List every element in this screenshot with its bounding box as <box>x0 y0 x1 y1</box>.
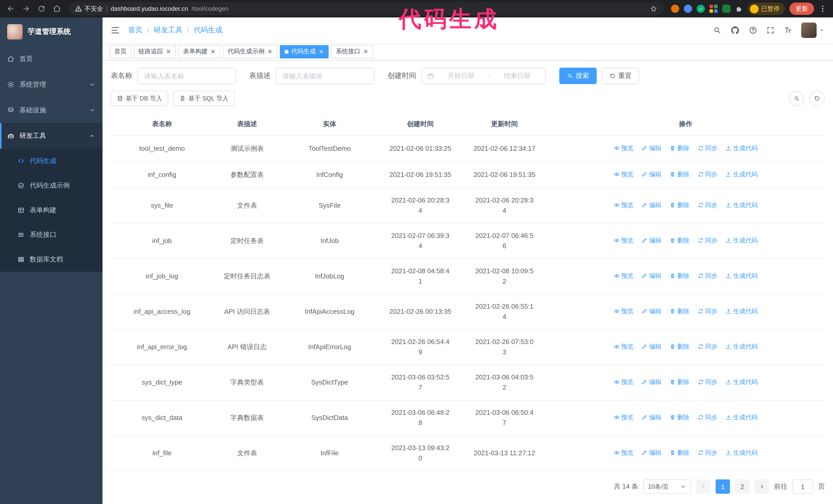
extension-icon-green-check[interactable] <box>697 5 705 13</box>
edit-link[interactable]: 编辑 <box>642 377 662 387</box>
preview-link[interactable]: 预览 <box>614 377 634 387</box>
tab-form-builder[interactable]: 表单构建 <box>178 45 220 58</box>
delete-link[interactable]: 删除 <box>669 143 689 153</box>
bookmark-star-icon[interactable] <box>649 5 658 13</box>
next-page-button[interactable] <box>755 479 769 494</box>
close-icon[interactable] <box>318 49 324 54</box>
goto-page-input[interactable] <box>792 479 813 494</box>
address-bar[interactable]: 不安全 dashboard.yudao.iocoder.cn/tool/code… <box>69 2 664 16</box>
search-button[interactable]: 搜索 <box>559 68 597 84</box>
edit-link[interactable]: 编辑 <box>642 341 662 352</box>
generate-code-link[interactable]: 生成代码 <box>725 200 758 210</box>
preview-link[interactable]: 预览 <box>614 412 634 423</box>
edit-link[interactable]: 编辑 <box>642 271 662 281</box>
generate-code-link[interactable]: 生成代码 <box>725 341 758 352</box>
help-icon[interactable] <box>749 26 757 34</box>
extensions-puzzle-icon[interactable] <box>735 5 743 13</box>
search-icon[interactable] <box>713 26 721 34</box>
close-icon[interactable] <box>210 49 216 54</box>
edit-link[interactable]: 编辑 <box>642 200 662 210</box>
user-menu[interactable] <box>801 23 825 38</box>
edit-link[interactable]: 编辑 <box>642 448 662 458</box>
toggle-search-button[interactable] <box>789 91 804 106</box>
browser-home-button[interactable] <box>50 2 64 16</box>
delete-link[interactable]: 删除 <box>669 412 689 423</box>
delete-link[interactable]: 删除 <box>669 169 689 179</box>
app-logo[interactable]: 芋道管理系统 <box>0 18 102 46</box>
github-icon[interactable] <box>731 26 740 35</box>
delete-link[interactable]: 删除 <box>669 306 689 316</box>
browser-back-button[interactable] <box>4 2 18 16</box>
tab-codegen[interactable]: 代码生成 <box>280 45 329 58</box>
edit-link[interactable]: 编辑 <box>642 412 662 423</box>
tab-home[interactable]: 首页 <box>110 45 131 58</box>
preview-link[interactable]: 预览 <box>614 341 634 352</box>
generate-code-link[interactable]: 生成代码 <box>725 235 758 246</box>
preview-link[interactable]: 预览 <box>614 235 634 246</box>
browser-reload-button[interactable] <box>35 2 48 16</box>
generate-code-link[interactable]: 生成代码 <box>725 412 758 423</box>
delete-link[interactable]: 删除 <box>669 448 689 458</box>
font-size-icon[interactable] <box>784 26 792 34</box>
delete-link[interactable]: 删除 <box>669 271 689 281</box>
import-db-button[interactable]: 基于 DB 导入 <box>111 91 168 106</box>
sync-link[interactable]: 同步 <box>697 341 717 352</box>
extension-icon-orange[interactable] <box>671 5 679 13</box>
tab-codegen-example[interactable]: 代码生成示例 <box>223 45 277 58</box>
close-icon[interactable] <box>166 49 171 54</box>
page-button-2[interactable]: 2 <box>735 479 749 494</box>
tab-system-api[interactable]: 系统接口 <box>331 45 373 58</box>
browser-menu-icon[interactable] <box>819 5 827 13</box>
chrome-update-button[interactable]: 更新 <box>789 3 814 15</box>
preview-link[interactable]: 预览 <box>614 448 634 458</box>
sidebar-item-infrastructure[interactable]: 基础设施 <box>0 97 102 123</box>
sidebar-item-form-builder[interactable]: 表单构建 <box>0 198 102 222</box>
delete-link[interactable]: 删除 <box>669 235 689 246</box>
table-name-input[interactable] <box>137 68 236 84</box>
page-size-select[interactable]: 10条/页 <box>643 479 691 494</box>
sync-link[interactable]: 同步 <box>697 448 717 458</box>
reset-button[interactable]: 重置 <box>602 68 639 84</box>
generate-code-link[interactable]: 生成代码 <box>725 306 758 316</box>
delete-link[interactable]: 删除 <box>669 200 689 210</box>
table-desc-input[interactable] <box>276 68 374 84</box>
sync-link[interactable]: 同步 <box>697 271 717 281</box>
generate-code-link[interactable]: 生成代码 <box>725 377 758 387</box>
edit-link[interactable]: 编辑 <box>642 235 662 246</box>
sidebar-item-home[interactable]: 首页 <box>0 46 102 72</box>
edit-link[interactable]: 编辑 <box>642 306 662 316</box>
delete-link[interactable]: 删除 <box>669 341 689 352</box>
prev-page-button[interactable] <box>696 479 711 494</box>
close-icon[interactable] <box>363 49 368 54</box>
sidebar-item-system-api[interactable]: 系统接口 <box>0 222 102 247</box>
preview-link[interactable]: 预览 <box>614 306 634 316</box>
extension-icon-green-square[interactable] <box>722 5 731 13</box>
preview-link[interactable]: 预览 <box>614 169 634 179</box>
preview-link[interactable]: 预览 <box>614 271 634 281</box>
extension-icon-blue[interactable] <box>684 5 692 13</box>
edit-link[interactable]: 编辑 <box>642 143 662 153</box>
delete-link[interactable]: 删除 <box>669 377 689 387</box>
sync-link[interactable]: 同步 <box>697 143 717 153</box>
refresh-table-button[interactable] <box>809 91 825 106</box>
generate-code-link[interactable]: 生成代码 <box>725 271 758 281</box>
breadcrumb-devtools[interactable]: 研发工具 <box>154 26 183 35</box>
close-icon[interactable] <box>267 49 273 54</box>
fullscreen-icon[interactable] <box>766 26 775 34</box>
sidebar-item-devtools[interactable]: 研发工具 <box>0 123 102 149</box>
page-button-1[interactable]: 1 <box>716 479 730 494</box>
edit-link[interactable]: 编辑 <box>642 169 662 179</box>
generate-code-link[interactable]: 生成代码 <box>725 143 758 153</box>
sidebar-item-codegen-example[interactable]: 代码生成示例 <box>0 173 102 198</box>
preview-link[interactable]: 预览 <box>614 143 634 153</box>
sync-link[interactable]: 同步 <box>697 377 717 387</box>
import-sql-button[interactable]: 基于 SQL 导入 <box>173 91 235 106</box>
extension-icon-grid[interactable] <box>710 5 718 13</box>
create-time-range-picker[interactable]: 开始日期 - 结束日期 <box>421 68 546 84</box>
profile-paused-chip[interactable]: 已暂停 <box>748 3 785 15</box>
sidebar-item-system[interactable]: 系统管理 <box>0 72 102 97</box>
sync-link[interactable]: 同步 <box>697 200 717 210</box>
generate-code-link[interactable]: 生成代码 <box>725 169 758 179</box>
sidebar-item-codegen[interactable]: 代码生成 <box>0 149 102 173</box>
sync-link[interactable]: 同步 <box>697 306 717 316</box>
